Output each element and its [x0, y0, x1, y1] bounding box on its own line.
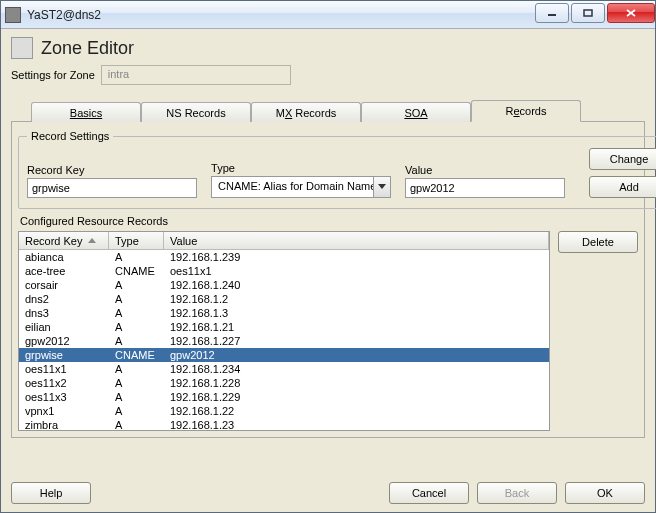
cell-value: 192.168.1.240 — [164, 279, 549, 291]
cell-type: A — [109, 251, 164, 263]
add-button[interactable]: Add — [589, 176, 656, 198]
sort-asc-icon — [88, 238, 96, 243]
titlebar: YaST2@dns2 — [1, 1, 655, 29]
delete-button[interactable]: Delete — [558, 231, 638, 253]
table-row[interactable]: grpwiseCNAMEgpw2012 — [19, 348, 549, 362]
table-row[interactable]: eilianA192.168.1.21 — [19, 320, 549, 334]
cell-key: oes11x2 — [19, 377, 109, 389]
cell-type: A — [109, 307, 164, 319]
cell-key: zimbra — [19, 419, 109, 430]
page-title: Zone Editor — [41, 38, 134, 59]
back-button[interactable]: Back — [477, 482, 557, 504]
records-table[interactable]: Record Key Type Value abiancaA192.168.1.… — [18, 231, 550, 431]
cell-value: 192.168.1.228 — [164, 377, 549, 389]
cell-key: ace-tree — [19, 265, 109, 277]
tab-ns-records[interactable]: NS Records — [141, 102, 251, 122]
cell-key: gpw2012 — [19, 335, 109, 347]
table-row[interactable]: zimbraA192.168.1.23 — [19, 418, 549, 430]
cell-type: A — [109, 293, 164, 305]
table-row[interactable]: gpw2012A192.168.1.227 — [19, 334, 549, 348]
cell-key: abianca — [19, 251, 109, 263]
cell-type: A — [109, 405, 164, 417]
change-button[interactable]: Change — [589, 148, 656, 170]
cell-value: gpw2012 — [164, 349, 549, 361]
cell-value: 192.168.1.227 — [164, 335, 549, 347]
close-button[interactable] — [607, 3, 655, 23]
cell-value: 192.168.1.21 — [164, 321, 549, 333]
cell-key: corsair — [19, 279, 109, 291]
cell-key: vpnx1 — [19, 405, 109, 417]
cell-value: 192.168.1.234 — [164, 363, 549, 375]
records-panel: Record Settings Record Key Type CNAME: A… — [11, 122, 645, 438]
app-icon — [5, 7, 21, 23]
table-row[interactable]: ace-treeCNAMEoes11x1 — [19, 264, 549, 278]
cell-value: 192.168.1.22 — [164, 405, 549, 417]
col-type[interactable]: Type — [109, 232, 164, 249]
zone-name-field: intra — [101, 65, 291, 85]
configured-records-label: Configured Resource Records — [20, 215, 638, 227]
record-settings-fieldset: Record Settings Record Key Type CNAME: A… — [18, 130, 656, 209]
cell-type: A — [109, 391, 164, 403]
record-settings-legend: Record Settings — [27, 130, 113, 142]
cell-value: 192.168.1.2 — [164, 293, 549, 305]
svg-rect-1 — [584, 10, 592, 16]
zone-editor-icon — [11, 37, 33, 59]
table-row[interactable]: abiancaA192.168.1.239 — [19, 250, 549, 264]
table-row[interactable]: vpnx1A192.168.1.22 — [19, 404, 549, 418]
yast-window: YaST2@dns2 Zone Editor Settings for Zone… — [0, 0, 656, 513]
table-row[interactable]: oes11x1A192.168.1.234 — [19, 362, 549, 376]
table-row[interactable]: oes11x2A192.168.1.228 — [19, 376, 549, 390]
record-type-combo[interactable]: CNAME: Alias for Domain Name — [211, 176, 391, 198]
settings-for-zone-label: Settings for Zone — [11, 69, 95, 81]
table-header: Record Key Type Value — [19, 232, 549, 250]
table-row[interactable]: dns2A192.168.1.2 — [19, 292, 549, 306]
bottom-bar: Help Cancel Back OK — [1, 474, 655, 512]
cell-value: 192.168.1.229 — [164, 391, 549, 403]
cell-key: grpwise — [19, 349, 109, 361]
cell-value: 192.168.1.23 — [164, 419, 549, 430]
cell-type: CNAME — [109, 349, 164, 361]
tab-basics[interactable]: Basics — [31, 102, 141, 122]
cell-type: A — [109, 419, 164, 430]
record-type-value: CNAME: Alias for Domain Name — [211, 176, 373, 198]
tabstrip: Basics NS Records MX Records SOA Records — [11, 99, 645, 122]
cell-key: eilian — [19, 321, 109, 333]
maximize-button[interactable] — [571, 3, 605, 23]
minimize-button[interactable] — [535, 3, 569, 23]
col-record-key[interactable]: Record Key — [19, 232, 109, 249]
table-row[interactable]: oes11x3A192.168.1.229 — [19, 390, 549, 404]
cell-type: A — [109, 377, 164, 389]
chevron-down-icon[interactable] — [373, 176, 391, 198]
cell-key: oes11x3 — [19, 391, 109, 403]
cancel-button[interactable]: Cancel — [389, 482, 469, 504]
table-row[interactable]: corsairA192.168.1.240 — [19, 278, 549, 292]
record-key-label: Record Key — [27, 164, 197, 176]
tab-soa[interactable]: SOA — [361, 102, 471, 122]
tab-records[interactable]: Records — [471, 100, 581, 122]
cell-type: A — [109, 279, 164, 291]
cell-value: 192.168.1.239 — [164, 251, 549, 263]
help-button[interactable]: Help — [11, 482, 91, 504]
cell-type: CNAME — [109, 265, 164, 277]
record-value-label: Value — [405, 164, 565, 176]
record-value-input[interactable] — [405, 178, 565, 198]
cell-value: 192.168.1.3 — [164, 307, 549, 319]
window-title: YaST2@dns2 — [27, 8, 101, 22]
svg-marker-4 — [378, 184, 386, 189]
cell-value: oes11x1 — [164, 265, 549, 277]
cell-type: A — [109, 321, 164, 333]
record-key-input[interactable] — [27, 178, 197, 198]
cell-key: dns3 — [19, 307, 109, 319]
ok-button[interactable]: OK — [565, 482, 645, 504]
tab-mx-records[interactable]: MX Records — [251, 102, 361, 122]
col-value[interactable]: Value — [164, 232, 549, 249]
table-row[interactable]: dns3A192.168.1.3 — [19, 306, 549, 320]
cell-type: A — [109, 335, 164, 347]
cell-key: oes11x1 — [19, 363, 109, 375]
cell-type: A — [109, 363, 164, 375]
cell-key: dns2 — [19, 293, 109, 305]
record-type-label: Type — [211, 162, 391, 174]
